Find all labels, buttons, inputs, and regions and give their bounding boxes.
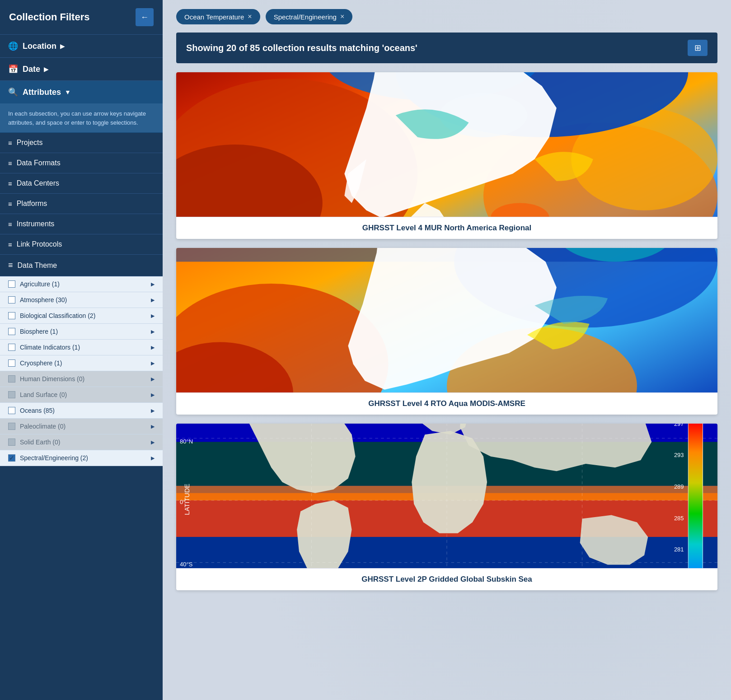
list-view-button[interactable]: ⊞ (688, 40, 708, 56)
theme-item-atmosphere[interactable]: Atmosphere (30)▶ (0, 292, 163, 308)
nav-item-platforms[interactable]: ≡Platforms (0, 194, 163, 214)
nav-item-data-formats[interactable]: ≡Data Formats (0, 153, 163, 173)
results-header: Showing 20 of 85 collection results matc… (176, 33, 717, 63)
theme-item-biosphere[interactable]: Biosphere (1)▶ (0, 324, 163, 340)
attributes-label: Attributes (23, 88, 61, 97)
sidebar: Collection Filters ← 🌐 Location ▶ 📅 Date… (0, 0, 163, 700)
location-label: Location (23, 42, 56, 51)
svg-text:285: 285 (674, 515, 684, 522)
theme-checkbox-atmosphere (8, 296, 15, 303)
result-card-ghrsst-l2p[interactable]: 305 297 293 289 285 281 277 271 80°N 0° … (176, 424, 717, 590)
filter-tag-ocean-temp-label: Ocean Temperature (184, 13, 244, 21)
location-icon: 🌐 (8, 41, 18, 51)
nav-items-container: ≡Projects≡Data Formats≡Data Centers≡Plat… (0, 133, 163, 255)
theme-checkbox-paleoclimate (8, 423, 15, 430)
date-filter[interactable]: 📅 Date ▶ (0, 58, 163, 81)
theme-item-human-dimensions-arrow: ▶ (151, 376, 155, 382)
nav-item-link-protocols-icon: ≡ (8, 241, 12, 248)
theme-item-human-dimensions-label: Human Dimensions (0) (20, 375, 84, 383)
theme-item-agriculture-arrow: ▶ (151, 281, 155, 287)
nav-item-projects-label: Projects (17, 139, 43, 147)
date-label: Date (23, 65, 40, 74)
theme-item-biological-classification[interactable]: Biological Classification (2)▶ (0, 308, 163, 324)
data-theme-header[interactable]: ≡ Data Theme (0, 255, 163, 276)
svg-text:293: 293 (674, 452, 684, 458)
theme-item-climate-indicators[interactable]: Climate Indicators (1)▶ (0, 340, 163, 355)
filter-tag-spectral[interactable]: Spectral/Engineering × (266, 9, 353, 24)
data-theme-label: Data Theme (18, 261, 57, 270)
theme-item-agriculture-label: Agriculture (1) (20, 280, 60, 288)
date-icon: 📅 (8, 64, 18, 74)
theme-item-human-dimensions: Human Dimensions (0)▶ (0, 371, 163, 387)
svg-text:80°N: 80°N (180, 438, 193, 445)
sidebar-header: Collection Filters ← (0, 0, 163, 35)
theme-item-climate-indicators-label: Climate Indicators (1) (20, 344, 80, 351)
active-filters: Ocean Temperature × Spectral/Engineering… (176, 9, 717, 24)
nav-item-data-centers-label: Data Centers (17, 179, 59, 187)
nav-item-instruments[interactable]: ≡Instruments (0, 214, 163, 234)
theme-item-atmosphere-arrow: ▶ (151, 297, 155, 303)
result-card-ghrsst-mur[interactable]: GHRSST Level 4 MUR North America Regiona… (176, 72, 717, 239)
theme-item-agriculture[interactable]: Agriculture (1)▶ (0, 276, 163, 292)
theme-item-climate-indicators-arrow: ▶ (151, 345, 155, 350)
svg-text:281: 281 (674, 546, 684, 553)
theme-item-oceans[interactable]: Oceans (85)▶ (0, 403, 163, 419)
theme-items-container: Agriculture (1)▶Atmosphere (30)▶Biologic… (0, 276, 163, 466)
sidebar-title: Collection Filters (9, 11, 89, 23)
back-button[interactable]: ← (136, 8, 154, 26)
svg-text:297: 297 (674, 424, 684, 427)
svg-text:40°S: 40°S (180, 561, 193, 568)
theme-item-atmosphere-label: Atmosphere (30) (20, 296, 67, 303)
location-filter[interactable]: 🌐 Location ▶ (0, 35, 163, 58)
filter-tag-ocean-temp-close[interactable]: × (248, 13, 252, 21)
nav-item-projects-icon: ≡ (8, 139, 12, 147)
results-title: Showing 20 of 85 collection results matc… (186, 43, 417, 53)
theme-item-cryosphere-arrow: ▶ (151, 360, 155, 366)
theme-item-solid-earth-label: Solid Earth (0) (20, 439, 60, 446)
theme-item-oceans-label: Oceans (85) (20, 407, 55, 414)
result-card-l2p-title: GHRSST Level 2P Gridded Global Subskin S… (176, 568, 717, 590)
theme-checkbox-oceans (8, 407, 15, 414)
result-card-rto-title: GHRSST Level 4 RTO Aqua MODIS-AMSRE (176, 392, 717, 415)
theme-item-spectral-engineering[interactable]: ✓Spectral/Engineering (2)▶ (0, 450, 163, 466)
nav-item-data-formats-label: Data Formats (17, 159, 61, 167)
result-card-image-rto (176, 248, 717, 392)
theme-item-biological-classification-arrow: ▶ (151, 313, 155, 319)
theme-checkbox-human-dimensions (8, 375, 15, 383)
nav-item-data-formats-icon: ≡ (8, 159, 12, 167)
nav-item-link-protocols[interactable]: ≡Link Protocols (0, 234, 163, 255)
theme-checkbox-land-surface (8, 391, 15, 398)
nav-item-data-centers-icon: ≡ (8, 180, 12, 187)
theme-item-land-surface-arrow: ▶ (151, 392, 155, 398)
theme-checkbox-spectral-engineering: ✓ (8, 454, 15, 462)
theme-checkbox-cryosphere (8, 359, 15, 367)
attributes-icon: 🔍 (8, 87, 18, 97)
theme-item-land-surface-label: Land Surface (0) (20, 391, 67, 398)
filter-tag-ocean-temp[interactable]: Ocean Temperature × (176, 9, 260, 24)
attributes-filter[interactable]: 🔍 Attributes ▼ (0, 81, 163, 104)
theme-item-cryosphere[interactable]: Cryosphere (1)▶ (0, 355, 163, 371)
theme-checkbox-agriculture (8, 280, 15, 288)
theme-item-paleoclimate-label: Paleoclimate (0) (20, 423, 66, 430)
filter-tag-spectral-label: Spectral/Engineering (274, 13, 337, 21)
theme-item-solid-earth: Solid Earth (0)▶ (0, 434, 163, 450)
nav-item-platforms-label: Platforms (17, 200, 47, 208)
nav-item-platforms-icon: ≡ (8, 200, 12, 208)
theme-checkbox-climate-indicators (8, 344, 15, 351)
theme-checkbox-biosphere (8, 328, 15, 335)
svg-rect-31 (688, 424, 703, 568)
filter-tag-spectral-close[interactable]: × (340, 13, 344, 21)
theme-item-oceans-arrow: ▶ (151, 408, 155, 414)
svg-text:LATITUDE: LATITUDE (183, 484, 191, 515)
list-view-icon: ⊞ (694, 43, 701, 53)
theme-checkbox-solid-earth (8, 439, 15, 446)
result-card-ghrsst-rto[interactable]: GHRSST Level 4 RTO Aqua MODIS-AMSRE (176, 248, 717, 415)
theme-item-cryosphere-label: Cryosphere (1) (20, 359, 62, 367)
nav-item-instruments-label: Instruments (17, 220, 55, 228)
result-card-image-mur (176, 72, 717, 217)
main-content: Ocean Temperature × Spectral/Engineering… (163, 0, 731, 700)
nav-item-projects[interactable]: ≡Projects (0, 133, 163, 153)
nav-item-data-centers[interactable]: ≡Data Centers (0, 173, 163, 194)
theme-item-biosphere-label: Biosphere (1) (20, 328, 58, 335)
result-card-mur-title: GHRSST Level 4 MUR North America Regiona… (176, 217, 717, 239)
